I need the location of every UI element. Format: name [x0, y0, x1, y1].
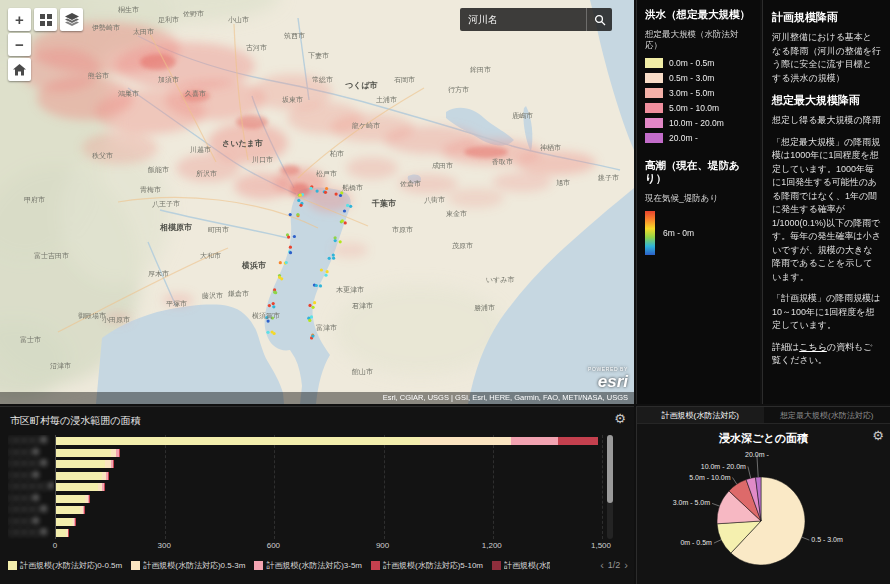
- map-panel[interactable]: 桐生市伊勢崎市太田市足利市佐野市小山市古河市筑西市下妻市常総市つくば市土浦市石岡…: [0, 0, 634, 404]
- map-canvas[interactable]: 桐生市伊勢崎市太田市足利市佐野市小山市古河市筑西市下妻市常総市つくば市土浦市石岡…: [0, 0, 634, 404]
- x-axis-tick: 300: [158, 541, 171, 550]
- map-city-label: 勝浦市: [474, 303, 495, 312]
- legend-next-button[interactable]: ›: [624, 559, 628, 571]
- flood-legend-items: 0.0m - 0.5m0.5m - 3.0m3.0m - 5.0m5.0m - …: [645, 58, 752, 143]
- map-city-label: 銚子市: [598, 173, 619, 182]
- map-city-label: 土浦市: [376, 95, 397, 104]
- bar-legend-label: 計画規模(水防法対応)0-0.5m: [20, 560, 122, 571]
- map-city-label: 熊谷市: [88, 71, 109, 80]
- app-root: 桐生市伊勢崎市太田市足利市佐野市小山市古河市筑西市下妻市常総市つくば市土浦市石岡…: [0, 0, 890, 584]
- tide-legend-row: 6m - 0m: [645, 211, 752, 255]
- zoom-in-button[interactable]: +: [8, 8, 31, 31]
- map-city-label: 鎌倉市: [228, 289, 249, 298]
- tab-plan-scale[interactable]: 計画規模(水防法対応): [637, 407, 764, 423]
- chart-scrollbar[interactable]: [607, 435, 613, 539]
- tide-data-point: [334, 236, 337, 239]
- legend-prev-button[interactable]: ‹: [600, 559, 604, 571]
- basemap-gallery-button[interactable]: [34, 8, 57, 31]
- tide-data-point: [341, 219, 344, 222]
- bar-row[interactable]: [56, 518, 75, 526]
- bar-row[interactable]: [56, 460, 114, 468]
- map-city-label: 富士吉田市: [34, 251, 69, 260]
- pie-chart-panel: 計画規模(水防法対応) 想定最大規模(水防法対応) ⚙ 浸水深ごとの面積 0.5…: [636, 406, 890, 584]
- tide-data-point: [311, 335, 314, 338]
- map-city-label: さいたま市: [222, 138, 263, 148]
- tide-data-point: [296, 213, 299, 216]
- bar-row[interactable]: [56, 472, 109, 480]
- tide-data-point: [273, 291, 276, 294]
- map-city-label: 桐生市: [117, 5, 139, 14]
- bar-legend-swatch: [131, 561, 140, 570]
- bar-category-label: 〇〇〇〇市: [8, 527, 54, 539]
- layers-button[interactable]: [60, 8, 83, 31]
- tide-data-point: [272, 302, 275, 305]
- tide-data-point: [289, 246, 292, 249]
- map-city-label: つくば市: [345, 80, 378, 90]
- tide-data-point: [308, 304, 311, 307]
- map-city-label: 佐野市: [183, 9, 204, 17]
- legend-page-indicator: 1/2: [608, 560, 621, 570]
- bar-segment: [511, 437, 558, 445]
- search-button[interactable]: [586, 8, 612, 31]
- bar-row[interactable]: [56, 506, 84, 514]
- home-icon: [13, 64, 26, 76]
- tide-data-point: [310, 187, 313, 190]
- river-search-input[interactable]: [460, 14, 586, 25]
- bar-segment: [56, 483, 98, 491]
- bar-x-axis: 03006009001,2001,500: [55, 541, 601, 553]
- bar-row[interactable]: [56, 437, 598, 445]
- info-heading-max: 想定最大規模降雨: [772, 93, 881, 108]
- zoom-out-button[interactable]: −: [8, 33, 31, 56]
- map-city-label: 館山市: [351, 367, 373, 376]
- tide-data-point: [267, 320, 270, 323]
- bar-category-labels: 〇〇〇〇市〇〇〇市〇〇〇〇市〇〇〇市〇〇〇〇〇市〇〇〇市〇〇〇〇市〇〇〇市〇〇〇…: [8, 435, 54, 539]
- tide-data-point: [293, 235, 296, 238]
- bar-category-label: 〇〇〇市: [8, 516, 54, 528]
- bar-row[interactable]: [56, 495, 90, 503]
- map-city-label: 飯能市: [147, 165, 169, 174]
- details-link[interactable]: こちら: [799, 342, 827, 352]
- flood-legend-title: 洪水（想定最大規模）: [645, 8, 752, 22]
- bar-category-label: 〇〇〇〇市: [8, 458, 54, 470]
- tide-data-point: [326, 270, 329, 273]
- bar-row[interactable]: [56, 449, 120, 457]
- info-panel: 計画規模降雨 河川整備における基本となる降雨（河川の整備を行う際に安全に流す目標…: [762, 0, 890, 404]
- map-city-label: 筑西市: [284, 31, 305, 40]
- flood-legend-subtitle: 想定最大規模（水防法対応）: [645, 29, 752, 51]
- legend-pager: ‹ 1/2 ›: [600, 559, 628, 571]
- bar-segment: [558, 437, 598, 445]
- bar-row[interactable]: [56, 529, 68, 537]
- map-city-label: 市原市: [392, 225, 413, 233]
- legend-label: 10.0m - 20.0m: [669, 118, 724, 128]
- bar-row[interactable]: [56, 483, 105, 491]
- tide-range-label: 6m - 0m: [663, 228, 694, 238]
- map-city-label: 茂原市: [452, 241, 473, 250]
- map-attribution: Esri, CGIAR, USGS | GSI, Esri, HERE, Gar…: [0, 392, 634, 404]
- map-city-label: 久喜市: [185, 89, 206, 98]
- legend-item: 0.5m - 3.0m: [645, 73, 752, 83]
- tide-data-point: [315, 284, 318, 287]
- map-city-label: 相模原市: [159, 222, 192, 232]
- settings-icon[interactable]: ⚙: [614, 411, 626, 426]
- home-button[interactable]: [8, 58, 31, 81]
- bar-chart-title: 市区町村毎の浸水範囲の面積: [10, 414, 140, 428]
- map-city-label: 小田原市: [102, 315, 130, 324]
- map-city-label: 神栖市: [540, 143, 561, 152]
- tide-data-point: [346, 204, 349, 207]
- tab-max-scale[interactable]: 想定最大規模(水防法対応): [764, 407, 890, 423]
- tide-data-point: [339, 194, 342, 197]
- map-city-label: 成田市: [432, 161, 453, 170]
- map-city-label: 常総市: [312, 75, 333, 84]
- map-city-label: 古河市: [246, 43, 267, 52]
- scrollbar-thumb[interactable]: [607, 435, 613, 503]
- map-city-label: 石岡市: [394, 75, 415, 84]
- bar-segment: [56, 518, 72, 526]
- tide-data-point: [334, 239, 337, 242]
- pie-label-line: [802, 537, 809, 540]
- legend-swatch: [645, 58, 663, 68]
- bar-category-label: 〇〇〇〇市: [8, 435, 54, 447]
- map-city-label: 東金市: [446, 209, 467, 217]
- bar-legend-label: 計画規模(水防法対応)10-20m: [504, 560, 550, 571]
- tide-legend-title: 高潮（現在、堤防あり）: [645, 159, 752, 186]
- tide-data-point: [332, 257, 335, 260]
